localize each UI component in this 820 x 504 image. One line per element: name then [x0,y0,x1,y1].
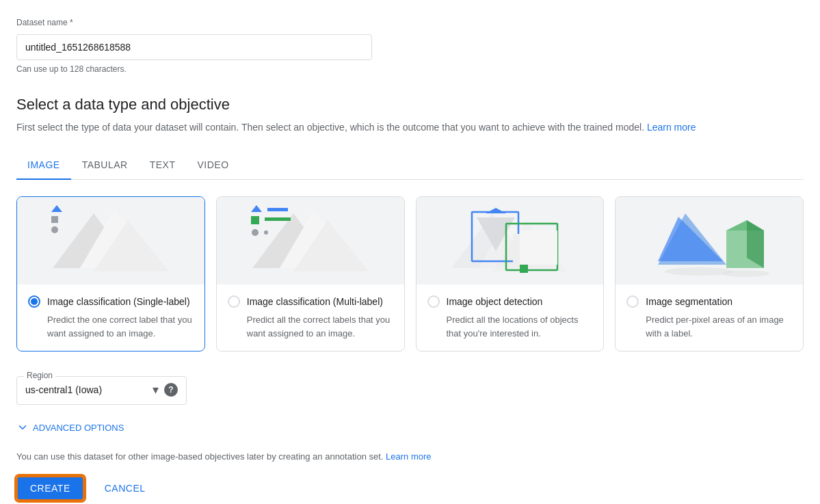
svg-rect-12 [265,217,291,221]
card-object-detection[interactable]: Image object detection Predict all the l… [416,196,605,352]
svg-rect-11 [251,216,259,224]
svg-marker-9 [251,205,262,212]
cancel-button[interactable]: CANCEL [92,477,158,499]
svg-point-13 [252,229,259,236]
region-select[interactable]: us-central1 (Iowa) us-east1 (South Carol… [25,384,147,395]
cards-container: Image classification (Single-label) Pred… [16,196,804,352]
create-button[interactable]: CREATE [16,476,84,501]
card-object-detection-desc: Predict all the locations of objects tha… [447,313,593,340]
svg-marker-3 [51,205,62,212]
tab-image[interactable]: IMAGE [16,151,71,180]
tabs-container: IMAGE TABULAR TEXT VIDEO [16,151,804,180]
chevron-down-icon [16,421,29,434]
radio-segmentation[interactable] [626,295,639,308]
svg-rect-4 [51,216,58,223]
card-object-detection-title: Image object detection [447,296,543,307]
tab-text[interactable]: TEXT [139,151,187,180]
region-row: us-central1 (Iowa) us-east1 (South Carol… [25,382,178,397]
card-segmentation-title: Image segmentation [646,296,732,307]
footer-note: You can use this dataset for other image… [16,450,804,464]
svg-point-31 [722,270,769,277]
dataset-name-label: Dataset name * [16,18,73,27]
section-learn-more-link[interactable]: Learn more [647,122,696,133]
svg-marker-20 [486,208,506,213]
region-section: Region us-central1 (Iowa) us-east1 (Sout… [16,376,804,405]
card-multi-label-desc: Predict all the correct labels that you … [247,313,393,340]
card-multi-label[interactable]: Image classification (Multi-label) Predi… [216,196,405,352]
card-object-detection-illustration [438,200,581,282]
card-single-label[interactable]: Image classification (Single-label) Pred… [16,196,205,352]
card-multi-label-title: Image classification (Multi-label) [247,296,383,307]
radio-single-label[interactable] [28,295,40,308]
radio-object-detection[interactable] [427,295,440,308]
tab-tabular[interactable]: TABULAR [71,151,139,180]
svg-rect-24 [520,265,528,273]
region-floating-label: Region [24,371,55,380]
region-chevron-icon: ▾ [153,382,159,397]
dataset-name-input-wrapper [16,34,372,60]
card-single-label-desc: Predict the one correct label that you w… [47,313,194,340]
svg-marker-23 [520,230,557,265]
card-single-label-title: Image classification (Single-label) [47,296,190,307]
advanced-options-toggle[interactable]: ADVANCED OPTIONS [16,421,804,434]
radio-multi-label[interactable] [228,295,240,308]
region-field-wrapper: Region us-central1 (Iowa) us-east1 (Sout… [16,376,187,405]
card-multi-label-illustration [239,200,382,282]
card-single-label-illustration [39,200,183,282]
dataset-name-hint: Can use up to 128 characters. [16,64,804,74]
card-segmentation-illustration [637,200,781,282]
dataset-name-input[interactable] [25,42,363,53]
actions-row: CREATE CANCEL [16,476,804,501]
advanced-options-label: ADVANCED OPTIONS [33,423,124,433]
section-description: First select the type of data your datas… [16,120,804,135]
svg-rect-10 [267,208,288,211]
region-help-icon[interactable]: ? [164,383,178,397]
card-segmentation-desc: Predict per-pixel areas of an image with… [646,313,792,340]
card-segmentation[interactable]: Image segmentation Predict per-pixel are… [615,196,804,352]
section-title: Select a data type and objective [16,96,804,114]
svg-point-5 [51,226,58,233]
svg-point-14 [264,230,268,235]
tab-video[interactable]: VIDEO [186,151,239,180]
footer-learn-more-link[interactable]: Learn more [386,451,431,462]
